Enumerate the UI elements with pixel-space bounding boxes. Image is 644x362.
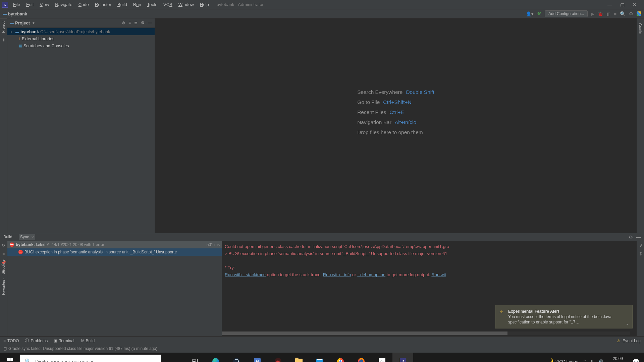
gear-icon[interactable]: ⚙ — [141, 20, 145, 25]
weather-widget[interactable]: 🌙 25°C Limpo — [546, 358, 578, 362]
menu-window[interactable]: Window — [176, 1, 196, 8]
intellij-icon[interactable]: IJ — [392, 353, 413, 362]
gradle-tool-tab[interactable]: Gradle — [637, 20, 644, 37]
hint-goto: Go to FileCtrl+Shift+N — [357, 99, 434, 105]
menu-run[interactable]: Run — [131, 1, 144, 8]
project-panel-header: ▬ Project ▼ ⊚ ≡ ≣ ⚙ — — [7, 18, 155, 27]
expand-icon[interactable]: ≡ — [128, 20, 131, 25]
search-icon[interactable]: 🔍 — [620, 11, 626, 16]
problems-tab[interactable]: ⓘ Problems — [25, 338, 48, 344]
battery-icon[interactable]: ▯ — [591, 359, 593, 362]
edge-icon[interactable] — [205, 353, 226, 362]
left-gutter-lower: Structure Favorites — [0, 241, 7, 296]
stop-icon[interactable]: ■ — [614, 11, 616, 16]
collapse-icon[interactable]: ≣ — [134, 20, 138, 25]
status-icon[interactable]: ▢ — [3, 346, 7, 351]
run-icon[interactable]: ▶ — [591, 11, 594, 16]
scrollbar-horizontal[interactable] — [222, 331, 630, 335]
right-gutter: Gradle — [637, 18, 644, 233]
tree-scratches[interactable]: ▦ Scratches and Consoles — [7, 42, 155, 49]
bookmarks-icon[interactable]: ▮ — [0, 36, 7, 44]
stacktrace-link[interactable]: Run with --stacktrace — [225, 272, 266, 277]
volume-icon[interactable]: 🔊 — [598, 359, 603, 362]
start-button[interactable] — [0, 353, 20, 362]
menu-file[interactable]: File — [11, 1, 22, 8]
breadcrumb[interactable]: bytebank — [8, 11, 27, 16]
folder-icon: ▬ — [15, 30, 19, 34]
scroll-end-icon[interactable]: ↧ — [639, 252, 642, 256]
msstore-icon[interactable] — [372, 353, 392, 362]
sync-tab[interactable]: Sync✕ — [19, 234, 35, 240]
code-with-me-icon[interactable] — [637, 11, 641, 16]
editor-empty[interactable]: Search EverywhereDouble Shift Go to File… — [155, 18, 637, 233]
explorer-icon[interactable] — [288, 353, 309, 362]
build-tree: ⛔ bytebank: failed At 14/10/2021 20:08 w… — [7, 241, 222, 336]
add-configuration-button[interactable]: Add Configuration... — [545, 10, 588, 17]
notification-popup[interactable]: ⚠ Experimental Feature Alert You must ac… — [495, 305, 633, 328]
debug-link[interactable]: --debug option — [357, 272, 385, 277]
wrap-icon[interactable]: ↲ — [639, 243, 642, 248]
hint-recent: Recent FilesCtrl+E — [357, 109, 434, 115]
output-line: > BUG! exception in phase 'semantic anal… — [225, 250, 634, 257]
menu-help[interactable]: Help — [198, 1, 211, 8]
taskbar-search[interactable]: 🔍 Digite aqui para pesquisar — [20, 355, 161, 362]
scan-link[interactable]: Run wit — [431, 272, 446, 277]
notifications-icon[interactable]: 💬2 — [633, 358, 639, 362]
hide-icon[interactable]: — — [148, 20, 152, 25]
minimize-icon[interactable]: — — [607, 2, 612, 7]
tree-external-libs[interactable]: ⦀ External Libraries — [7, 35, 155, 42]
chevron-down-icon[interactable]: ▼ — [32, 21, 35, 25]
menu-tools[interactable]: Tools — [145, 1, 160, 8]
app-red-icon[interactable]: ◉ — [268, 353, 288, 362]
warning-icon: ⚠ — [499, 309, 504, 314]
build-tree-error-row[interactable]: ⛔ BUG! exception in phase 'semantic anal… — [7, 248, 222, 256]
chevron-right-icon[interactable]: ▸ — [11, 30, 15, 34]
tray-chevron-icon[interactable]: ⌃ — [583, 359, 586, 362]
output-line: Could not open init generic class cache … — [225, 243, 634, 250]
folder-icon: ▬ — [10, 20, 14, 25]
project-tool-tab[interactable]: Project — [0, 18, 7, 36]
folder-icon: ▬ — [3, 11, 7, 16]
app-b-icon[interactable]: B — [247, 353, 268, 362]
menu-edit[interactable]: Edit — [24, 1, 36, 8]
todo-tab[interactable]: ≡ TODO — [3, 339, 19, 343]
maximize-icon[interactable]: ▢ — [620, 2, 625, 7]
favorites-tool-tab[interactable]: Favorites — [0, 279, 7, 296]
clock[interactable]: 20:09 14/10/2021 — [608, 356, 628, 362]
mail-icon[interactable] — [309, 353, 330, 362]
firefox-icon[interactable] — [351, 353, 372, 362]
build-hammer-icon[interactable]: ⚒ — [537, 11, 541, 16]
terminal-tab[interactable]: ▣ Terminal — [54, 339, 74, 343]
menu-navigate[interactable]: Navigate — [53, 1, 74, 8]
menu-vcs[interactable]: VCS — [161, 1, 175, 8]
menu-view[interactable]: View — [37, 1, 51, 8]
info-link[interactable]: Run with --info — [323, 272, 351, 277]
close-tab-icon[interactable]: ✕ — [31, 235, 34, 239]
tree-root[interactable]: ▸ ▬ bytebank C:\Users\josev\IdeaProjects… — [7, 28, 155, 35]
search-icon: 🔍 — [25, 358, 31, 362]
hint-search: Search EverywhereDouble Shift — [357, 89, 434, 95]
hide-icon[interactable]: — — [636, 235, 641, 240]
close-icon[interactable]: ✕ — [633, 2, 637, 7]
chrome-icon[interactable] — [330, 353, 351, 362]
project-panel-title[interactable]: Project — [15, 20, 30, 25]
build-tree-root[interactable]: ⛔ bytebank: failed At 14/10/2021 20:08 w… — [7, 241, 222, 248]
debug-icon[interactable]: 🐞 — [598, 11, 603, 16]
chevron-down-icon[interactable]: ⌄ — [626, 321, 629, 326]
menu-build[interactable]: Build — [115, 1, 129, 8]
steam-icon[interactable] — [226, 353, 247, 362]
structure-tool-tab[interactable]: Structure — [0, 258, 7, 276]
menu-refactor[interactable]: Refactor — [93, 1, 114, 8]
error-icon: ⛔ — [18, 250, 23, 254]
gear-icon[interactable]: ⚙ — [629, 235, 633, 240]
status-message: Gradle sync failed: Unsupported class fi… — [8, 346, 157, 351]
menu-code[interactable]: Code — [76, 1, 91, 8]
build-tab[interactable]: ⚒ Build — [80, 339, 95, 343]
gear-icon[interactable]: ⚙ — [629, 11, 633, 16]
target-icon[interactable]: ⊚ — [122, 20, 125, 25]
user-icon[interactable]: 👤▾ — [526, 11, 534, 16]
cortana-icon[interactable]: ⊟| — [184, 353, 205, 362]
coverage-icon[interactable]: ◧ — [606, 11, 610, 16]
event-log-tab[interactable]: Event Log — [623, 339, 641, 343]
task-view-icon[interactable] — [164, 353, 184, 362]
